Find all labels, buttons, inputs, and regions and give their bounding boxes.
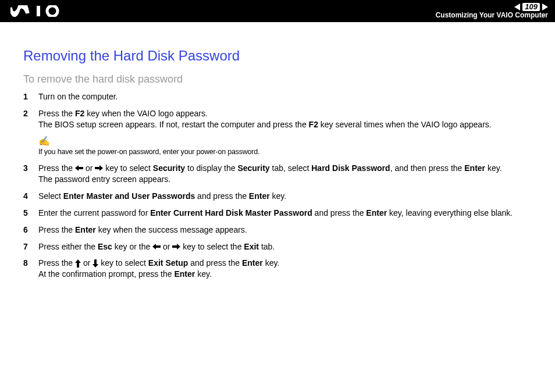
key-name: Exit Setup [148, 258, 188, 268]
step-text: or [161, 242, 172, 251]
key-name: Esc [98, 242, 112, 251]
step-text: The password entry screen appears. [38, 174, 170, 184]
step-text: , and then press the [390, 163, 465, 173]
step-text: Press the [38, 109, 75, 118]
step-text: key. [485, 163, 502, 173]
step-2: Press the F2 key when the VAIO logo appe… [23, 108, 532, 157]
page-title: Removing the Hard Disk Password [23, 48, 532, 64]
step-text: key, leaving everything else blank. [387, 208, 513, 218]
svg-marker-5 [172, 244, 180, 250]
step-8: Press the or key to select Exit Setup an… [23, 258, 532, 280]
key-name: Enter [366, 208, 387, 218]
step-text: and press the [312, 208, 367, 218]
step-text: key to select the [180, 242, 244, 251]
key-name: F2 [75, 109, 84, 118]
step-text: key. [263, 258, 280, 268]
step-text: Press the [38, 225, 75, 234]
step-3: Press the or key to select Security to d… [23, 163, 532, 185]
content: Removing the Hard Disk Password To remov… [0, 22, 555, 280]
step-7: Press either the Esc key or the or key t… [23, 241, 532, 252]
svg-marker-7 [92, 259, 98, 268]
key-name: Enter [174, 269, 195, 279]
key-name: Enter Master and User Passwords [63, 191, 195, 201]
step-text: Press the [38, 258, 75, 268]
page-nav: 109 [436, 3, 548, 11]
step-6: Press the Enter key when the success mes… [23, 224, 532, 236]
step-text: The BIOS setup screen appears. If not, r… [38, 120, 309, 129]
key-name: Hard Disk Password [311, 163, 390, 173]
step-4: Select Enter Master and User Passwords a… [23, 191, 532, 202]
page-header: 109 Customizing Your VAIO Computer [0, 0, 555, 22]
step-text: key to select [98, 258, 148, 268]
svg-marker-3 [95, 165, 103, 171]
step-text: tab, select [270, 163, 312, 173]
key-name: Security [237, 163, 269, 173]
step-text: Press the [38, 163, 75, 173]
step-text: and press the [188, 258, 242, 268]
nav-prev-icon[interactable] [514, 3, 520, 10]
section-title: Customizing Your VAIO Computer [436, 12, 548, 19]
arrow-left-icon [75, 165, 83, 171]
step-1: Turn on the computer. [23, 91, 532, 102]
step-text: key or the [112, 242, 152, 251]
step-text: tab. [259, 242, 275, 251]
step-text: At the confirmation prompt, press the [38, 269, 174, 279]
key-name: Enter Current Hard Disk Master Password [150, 208, 312, 218]
steps-list: Turn on the computer. Press the F2 key w… [23, 91, 532, 280]
step-text: key when the success message appears. [96, 225, 247, 234]
svg-marker-6 [75, 259, 81, 268]
step-text: or [81, 258, 92, 268]
key-name: Enter [75, 225, 96, 234]
svg-point-1 [47, 6, 58, 16]
header-right: 109 Customizing Your VAIO Computer [436, 3, 548, 19]
note-icon: ✍ [38, 135, 50, 148]
svg-marker-4 [152, 244, 161, 250]
svg-marker-2 [75, 165, 83, 171]
step-text: key. [195, 269, 212, 279]
nav-next-icon[interactable] [542, 3, 548, 10]
key-name: Enter [242, 258, 263, 268]
vaio-logo [10, 5, 64, 17]
page-number: 109 [522, 3, 540, 11]
step-text: and press the [195, 191, 249, 201]
key-name: F2 [309, 120, 318, 129]
arrow-left-icon [152, 244, 161, 250]
step-text: or [83, 163, 95, 173]
vaio-logo-svg [10, 5, 64, 17]
arrow-up-icon [75, 259, 81, 268]
key-name: Exit [244, 242, 259, 251]
arrow-right-icon [172, 244, 180, 250]
key-name: Enter [249, 191, 270, 201]
step-text: Select [38, 191, 63, 201]
step-text: Press either the [38, 242, 98, 251]
arrow-right-icon [95, 165, 103, 171]
svg-rect-0 [37, 6, 40, 16]
key-name: Enter [464, 163, 485, 173]
step-text: to display the [185, 163, 237, 173]
note-text: If you have set the power-on password, e… [38, 147, 532, 157]
step-text: key. [270, 191, 287, 201]
step-text: Enter the current password for [38, 208, 150, 218]
note: ✍ If you have set the power-on password,… [38, 135, 532, 157]
arrow-down-icon [92, 259, 98, 268]
step-text: key several times when the VAIO logo app… [318, 120, 492, 129]
step-text: key when the VAIO logo appears. [84, 109, 207, 118]
key-name: Security [153, 163, 185, 173]
page-subtitle: To remove the hard disk password [23, 73, 532, 85]
step-text: key to select [103, 163, 153, 173]
step-5: Enter the current password for Enter Cur… [23, 208, 532, 219]
step-text: Turn on the computer. [38, 92, 118, 101]
